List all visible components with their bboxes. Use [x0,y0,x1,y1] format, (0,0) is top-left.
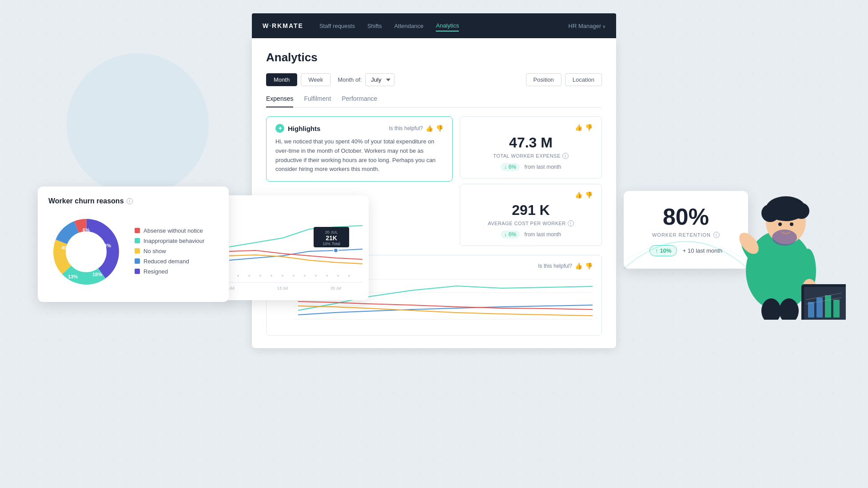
month-label: Month of: [338,76,362,83]
stat2-change-badge: ↓ 6% [501,230,520,238]
legend-dot-reduced [135,258,140,264]
legend-dot-noshow [135,248,140,254]
highlights-thumbup[interactable]: 👍 [426,125,433,132]
navbar: W·RKMATE Staff requests Shifts Attendanc… [252,13,616,38]
legend-dot-resigned [135,269,140,274]
svg-text:10% Total: 10% Total [323,242,340,246]
legend-reduced: Reduced demand [135,258,218,265]
tab-fulfilment[interactable]: Fulfilment [304,95,331,107]
stat1-change-badge: ↓ 6% [501,163,520,171]
svg-point-29 [282,275,283,277]
stat1-info-icon[interactable]: i [562,153,569,159]
churn-donut-chart: 6% 23% 18% 13% 40% [48,214,124,291]
svg-point-42 [778,222,782,226]
svg-rect-50 [808,302,814,317]
highlights-text: Hi, we noticed that you spent 40% of you… [275,137,443,174]
legend-dot-absense [135,228,140,233]
highlights-title: ✦ Highlights [275,124,320,133]
filter-right: Position Location [526,73,602,86]
stat1-label: TOTAL WORKER EXPENSE i [469,153,593,159]
churn-info-icon[interactable]: i [127,198,133,204]
svg-point-17 [334,248,338,253]
svg-text:20 Jul: 20 Jul [330,286,341,290]
svg-point-28 [271,275,272,277]
month-select[interactable]: July [365,73,394,86]
svg-text:20 JUL: 20 JUL [325,230,338,234]
svg-point-32 [315,275,317,277]
svg-point-43 [790,222,793,226]
position-filter-btn[interactable]: Position [526,73,561,86]
stat1-change-text: from last month [525,164,561,170]
stat-avg-cost: 👍 👎 291 K AVERAGE COST PER WORKER i ↓ 6%… [460,184,602,246]
filter-month-btn[interactable]: Month [266,73,297,86]
svg-text:Jul: Jul [229,286,235,290]
stat1-header: 👍 👎 [469,124,593,131]
legend-noshow: No show [135,248,218,254]
nav-staff-requests[interactable]: Staff requests [319,21,355,31]
nav-analytics[interactable]: Analytics [436,20,459,32]
trend-thumbdown[interactable]: 👎 [585,262,593,270]
stat2-label: AVERAGE COST PER WORKER i [469,220,593,226]
filter-bar: Month Week Month of: July Position Locat… [266,73,602,86]
stat2-change-text: from last month [525,231,561,238]
character-svg [713,169,846,320]
svg-text:13 Jul: 13 Jul [277,286,288,290]
highlights-helpful: Is this helpful? 👍 👎 [389,125,443,132]
page-title: Analytics [266,51,602,64]
svg-text:21K: 21K [326,234,337,242]
brand-logo: W·RKMATE [263,22,303,29]
tab-expenses[interactable]: Expenses [266,95,293,107]
stat2-thumbdown[interactable]: 👎 [585,191,593,198]
filter-week-btn[interactable]: Week [301,73,330,86]
stat2-header: 👍 👎 [469,191,593,198]
svg-rect-52 [825,295,831,317]
svg-point-41 [772,230,797,246]
trend-thumbup[interactable]: 👍 [575,262,582,270]
stat1-thumbdown[interactable]: 👎 [585,124,593,131]
stat2-info-icon[interactable]: i [568,220,574,226]
line-chart-svg: 20 JUL 21K 10% Total Jul 13 Jul 20 Jul [229,202,362,291]
svg-text:6%: 6% [83,227,90,233]
svg-point-30 [293,275,295,277]
highlights-header: ✦ Highlights Is this helpful? 👍 👎 [275,124,443,133]
stats-area: 👍 👎 47.3 M TOTAL WORKER EXPENSE i ↓ 6% f… [460,116,602,251]
nav-shifts[interactable]: Shifts [367,21,382,31]
stat1-change: ↓ 6% from last month [469,163,593,171]
legend-resigned: Resigned [135,268,218,275]
churn-card: Worker churn reasons i 6% [38,186,229,302]
highlights-thumbdown[interactable]: 👎 [436,125,443,132]
svg-point-10 [68,234,104,270]
svg-point-33 [326,275,328,277]
nav-links: Staff requests Shifts Attendance Analyti… [319,20,569,32]
legend-dot-inappropriate [135,238,140,243]
svg-point-27 [259,275,261,277]
nav-attendance[interactable]: Attendance [394,21,423,31]
svg-point-26 [248,275,250,277]
svg-rect-51 [816,298,823,317]
highlights-icon: ✦ [275,124,284,133]
stat2-thumbup[interactable]: 👍 [575,191,582,198]
character-illustration [713,169,846,320]
retention-change-badge: ↑ 10% [649,245,677,256]
stat2-change: ↓ 6% from last month [469,230,593,238]
svg-rect-53 [833,300,840,317]
stat-total-expense: 👍 👎 47.3 M TOTAL WORKER EXPENSE i ↓ 6% f… [460,116,602,179]
svg-text:13%: 13% [68,274,78,279]
svg-point-40 [793,203,809,219]
tabs: Expenses Fulfilment Performance [266,95,602,107]
location-filter-btn[interactable]: Location [565,73,602,86]
churn-legend: Absense without notice Inappropriate beh… [135,227,218,278]
svg-point-25 [237,275,239,277]
background-circle [67,53,209,195]
svg-text:23%: 23% [101,243,111,248]
svg-point-39 [761,204,779,222]
tab-performance[interactable]: Performance [342,95,377,107]
svg-text:40%: 40% [61,245,71,250]
churn-title: Worker churn reasons i [48,197,218,205]
stat1-thumbup[interactable]: 👍 [575,124,582,131]
stat2-value: 291 K [469,202,593,218]
svg-text:18%: 18% [92,272,102,277]
legend-absense: Absense without notice [135,227,218,234]
nav-user-menu[interactable]: HR Manager [569,23,605,29]
highlights-box: ✦ Highlights Is this helpful? 👍 👎 Hi, we… [266,116,453,182]
